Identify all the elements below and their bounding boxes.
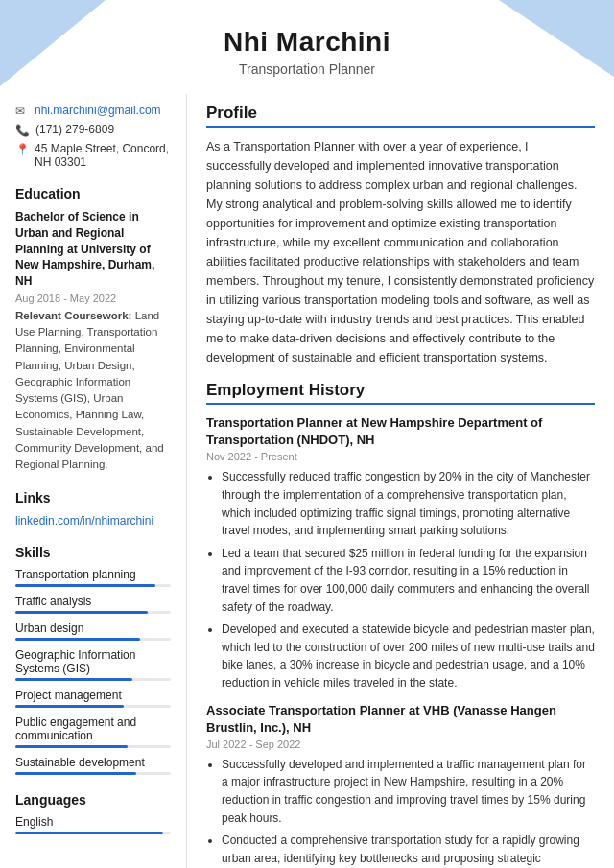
skill-label: Public engagement and communication [15, 716, 171, 742]
job-bullet: Conducted a comprehensive transportation… [222, 832, 595, 868]
skill-bar-fill [15, 611, 148, 614]
job-bullet: Successfully developed and implemented a… [222, 756, 595, 827]
skill-item: Urban design [15, 622, 171, 641]
job-date: Jul 2022 - Sep 2022 [206, 739, 595, 750]
skill-item: Public engagement and communication [15, 716, 171, 748]
skill-bar-bg [15, 678, 171, 681]
header-name: Nhi Marchini [19, 27, 595, 58]
lang-bar-fill [15, 832, 163, 834]
skill-bar-bg [15, 705, 171, 708]
phone-text: (171) 279-6809 [35, 123, 114, 136]
skill-label: Geographic Information Systems (GIS) [15, 648, 171, 675]
job-title: Transportation Planner at New Hampshire … [206, 414, 595, 449]
linkedin-link[interactable]: linkedin.com/in/nhimarchini [15, 514, 154, 528]
skill-bar-fill [15, 772, 136, 775]
layout: ✉ nhi.marchini@gmail.com 📞 (171) 279-680… [0, 94, 614, 868]
job-date: Nov 2022 - Present [206, 451, 595, 462]
skill-bar-fill [15, 745, 128, 748]
lang-bar-bg [15, 832, 171, 834]
header-title: Transportation Planner [19, 61, 595, 77]
skill-bar-bg [15, 745, 171, 748]
job-entry: Associate Transportation Planner at VHB … [206, 702, 595, 869]
skills-list: Transportation planning Traffic analysis… [15, 568, 171, 775]
phone-icon: 📞 [15, 124, 30, 137]
job-bullet: Successfully reduced traffic congestion … [222, 468, 595, 539]
skill-label: Sustainable development [15, 756, 171, 769]
languages-section: Languages English [15, 792, 171, 834]
skill-label: Urban design [15, 622, 171, 635]
skill-item: Traffic analysis [15, 595, 171, 614]
header: Nhi Marchini Transportation Planner [0, 0, 614, 94]
skills-section: Skills Transportation planning Traffic a… [15, 545, 171, 775]
email-item: ✉ nhi.marchini@gmail.com [15, 104, 171, 118]
edu-coursework: Relevant Coursework: Land Use Planning, … [15, 308, 171, 474]
address-text: 45 Maple Street, Concord, NH 03301 [35, 142, 171, 169]
sidebar: ✉ nhi.marchini@gmail.com 📞 (171) 279-680… [0, 94, 187, 868]
language-item: English [15, 815, 171, 834]
skill-bar-bg [15, 772, 171, 775]
contact-section: ✉ nhi.marchini@gmail.com 📞 (171) 279-680… [15, 104, 171, 169]
education-title: Education [15, 186, 171, 201]
edu-date: Aug 2018 - May 2022 [15, 293, 171, 304]
job-title: Associate Transportation Planner at VHB … [206, 702, 595, 737]
skill-bar-bg [15, 638, 171, 641]
phone-item: 📞 (171) 279-6809 [15, 123, 171, 137]
jobs-list: Transportation Planner at New Hampshire … [206, 414, 595, 868]
location-icon: 📍 [15, 143, 29, 156]
skill-item: Project management [15, 689, 171, 708]
job-entry: Transportation Planner at New Hampshire … [206, 414, 595, 692]
skill-item: Sustainable development [15, 756, 171, 775]
skill-bar-fill [15, 638, 140, 641]
skill-bar-bg [15, 611, 171, 614]
edu-degree: Bachelor of Science in Urban and Regiona… [15, 209, 171, 290]
languages-title: Languages [15, 792, 171, 808]
skill-bar-bg [15, 584, 171, 587]
email-icon: ✉ [15, 105, 29, 118]
skill-item: Geographic Information Systems (GIS) [15, 648, 171, 681]
skill-label: Traffic analysis [15, 595, 171, 608]
coursework-text: Land Use Planning, Transportation Planni… [15, 310, 164, 470]
email-link[interactable]: nhi.marchini@gmail.com [35, 104, 161, 117]
job-bullets: Successfully developed and implemented a… [206, 756, 595, 868]
skill-bar-fill [15, 584, 155, 587]
lang-label: English [15, 815, 171, 829]
job-bullet: Developed and executed a statewide bicyc… [222, 621, 595, 692]
job-bullets: Successfully reduced traffic congestion … [206, 468, 595, 692]
skill-bar-fill [15, 705, 124, 708]
skill-bar-fill [15, 678, 132, 681]
links-section: Links linkedin.com/in/nhimarchini [15, 490, 171, 528]
job-bullet: Led a team that secured $25 million in f… [222, 545, 595, 616]
coursework-label: Relevant Coursework: [15, 310, 131, 321]
languages-list: English [15, 815, 171, 834]
skill-label: Project management [15, 689, 171, 702]
profile-text: As a Transportation Planner with over a … [206, 137, 595, 367]
education-section: Education Bachelor of Science in Urban a… [15, 186, 171, 473]
skill-item: Transportation planning [15, 568, 171, 587]
main-content: Profile As a Transportation Planner with… [187, 94, 614, 868]
address-item: 📍 45 Maple Street, Concord, NH 03301 [15, 142, 171, 169]
skills-title: Skills [15, 545, 171, 560]
links-title: Links [15, 490, 171, 505]
profile-section-title: Profile [206, 104, 595, 128]
employment-section-title: Employment History [206, 381, 595, 405]
skill-label: Transportation planning [15, 568, 171, 581]
